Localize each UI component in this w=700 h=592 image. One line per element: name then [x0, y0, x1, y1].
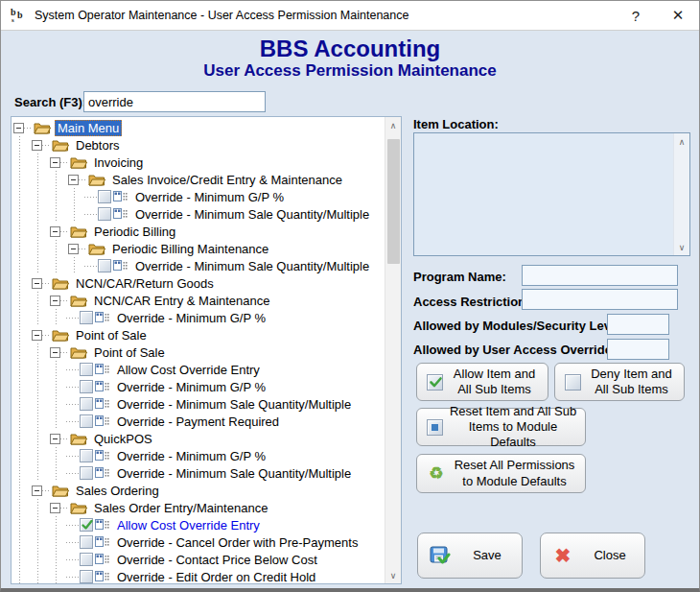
tree-item[interactable]: Override - Contact Price Below Cost [12, 551, 385, 568]
tree-item[interactable]: Override - Minimum G/P % [12, 309, 385, 326]
permission-checkbox[interactable] [80, 363, 93, 376]
tree-collapse-toggle-icon[interactable] [68, 175, 79, 185]
reset-all-button[interactable]: ♻ Reset All Permissions to Module Defaul… [416, 454, 586, 493]
tree-item-label[interactable]: Sales Invoice/Credit Entry & Maintenance [109, 172, 345, 188]
tree-collapse-toggle-icon[interactable] [50, 503, 60, 513]
tree-item[interactable]: NCN/CAR/Return Goods [12, 274, 385, 292]
tree-item-label[interactable]: Override - Payment Required [114, 414, 282, 430]
tree-item[interactable]: Point of Sale [12, 343, 385, 361]
tree-item[interactable]: Override - Minimum Sale Quantity/Multipl… [12, 205, 385, 223]
tree-item-label[interactable]: Override - Minimum Sale Quantity/Multipl… [132, 206, 372, 223]
scrollbar-thumb[interactable] [387, 139, 400, 264]
tree-item-label[interactable]: Allow Cost Override Entry [114, 517, 263, 533]
item-location-box[interactable]: ∧ ∨ [413, 132, 690, 256]
permission-checkbox[interactable] [80, 397, 93, 411]
permission-checkbox[interactable] [80, 553, 93, 566]
tree-item[interactable]: Invoicing [12, 154, 385, 171]
tree-scrollbar[interactable]: ∧ ∨ [385, 117, 401, 583]
allowed-modules-field[interactable] [607, 314, 669, 335]
access-restriction-field[interactable] [522, 289, 678, 310]
tree-item[interactable]: Debtors [12, 136, 385, 154]
tree-item[interactable]: Periodic Billing [12, 223, 385, 240]
tree-item-label[interactable]: Override - Minimum Sale Quantity/Multipl… [132, 258, 372, 274]
tree-item-label[interactable]: Override - Minimum G/P % [114, 448, 268, 464]
program-name-field[interactable] [522, 265, 678, 286]
help-button[interactable]: ? [615, 1, 657, 30]
tree-item-label[interactable]: NCN/CAR Entry & Maintenance [91, 293, 273, 309]
tree-item-label[interactable]: Point of Sale [91, 344, 168, 361]
tree-item[interactable]: Override - Minimum Sale Quantity/Multipl… [12, 257, 385, 274]
tree-item-label[interactable]: Main Menu [55, 120, 122, 136]
reset-item-button[interactable]: Reset Item and All Sub Items to Module D… [416, 408, 586, 446]
tree-item[interactable]: Periodic Billing Maintenance [12, 240, 385, 257]
tree-item[interactable]: Point of Sale [12, 326, 385, 343]
tree-item[interactable]: Override - Minimum G/P % [12, 188, 385, 205]
tree-collapse-toggle-icon[interactable] [32, 278, 42, 289]
permission-checkbox-checked[interactable] [80, 518, 93, 532]
tree-item-label[interactable]: Override - Minimum G/P % [114, 310, 268, 326]
tree-collapse-toggle-icon[interactable] [68, 244, 79, 254]
tree-item[interactable]: Sales Order Entry/Maintenance [12, 499, 385, 516]
close-button[interactable]: ✖ Close [540, 533, 645, 579]
tree-item[interactable]: Override - Cancel Order with Pre-Payment… [12, 533, 385, 551]
tree-collapse-toggle-icon[interactable] [32, 140, 42, 151]
tree-item-label[interactable]: Override - Minimum Sale Quantity/Multipl… [114, 465, 354, 482]
tree-item-label[interactable]: Override - Edit Order on Credit Hold [114, 569, 318, 584]
tree-collapse-toggle-icon[interactable] [50, 347, 60, 358]
deny-item-button[interactable]: Deny Item and All Sub Items [554, 363, 685, 401]
permission-checkbox[interactable] [80, 414, 93, 428]
tree-item-label[interactable]: Allow Cost Override Entry [114, 362, 263, 378]
tree-item[interactable]: Sales Invoice/Credit Entry & Maintenance [12, 171, 385, 188]
tree-collapse-toggle-icon[interactable] [13, 123, 24, 133]
tree-item[interactable]: Override - Minimum Sale Quantity/Multipl… [12, 464, 385, 482]
permission-checkbox[interactable] [80, 570, 93, 583]
permission-checkbox[interactable] [80, 535, 93, 549]
permission-checkbox[interactable] [98, 207, 111, 221]
tree-item-label[interactable]: Override - Minimum G/P % [132, 189, 287, 205]
tree-item[interactable]: Allow Cost Override Entry [12, 361, 385, 378]
tree-item-label[interactable]: Override - Minimum Sale Quantity/Multipl… [114, 396, 354, 413]
tree-item[interactable]: Main Menu [12, 119, 385, 136]
tree-item-label[interactable]: Invoicing [91, 154, 146, 171]
allow-item-button[interactable]: Allow Item and All Sub Items [416, 363, 548, 401]
search-input[interactable] [83, 91, 266, 112]
scroll-down-icon[interactable]: ∨ [674, 239, 690, 255]
tree-item-label[interactable]: Point of Sale [73, 327, 150, 343]
permission-checkbox[interactable] [80, 466, 93, 480]
tree-item-label[interactable]: Override - Cancel Order with Pre-Payment… [114, 534, 361, 551]
tree-item[interactable]: Override - Minimum G/P % [12, 447, 385, 464]
tree-item[interactable]: Sales Ordering [12, 482, 385, 499]
tree-item-label[interactable]: Periodic Billing Maintenance [109, 241, 271, 257]
permission-checkbox[interactable] [80, 311, 93, 324]
permission-checkbox[interactable] [80, 380, 93, 393]
tree-collapse-toggle-icon[interactable] [50, 157, 60, 168]
tree-item[interactable]: NCN/CAR Entry & Maintenance [12, 292, 385, 309]
tree-item-label[interactable]: Sales Order Entry/Maintenance [91, 500, 270, 516]
tree-item[interactable]: Override - Minimum Sale Quantity/Multipl… [12, 395, 385, 413]
tree-collapse-toggle-icon[interactable] [32, 330, 42, 341]
permission-checkbox[interactable] [98, 190, 111, 203]
tree-item-label[interactable]: Override - Minimum G/P % [114, 379, 268, 395]
scroll-up-icon[interactable]: ∧ [385, 117, 402, 133]
tree-collapse-toggle-icon[interactable] [32, 485, 42, 496]
tree-item[interactable]: Override - Payment Required [12, 413, 385, 430]
permission-checkbox[interactable] [80, 449, 93, 462]
tree-item-label[interactable]: Periodic Billing [91, 224, 178, 240]
tree-item[interactable]: Override - Edit Order on Credit Hold [12, 568, 385, 583]
tree-collapse-toggle-icon[interactable] [50, 226, 60, 237]
item-location-scrollbar[interactable]: ∧ ∨ [673, 133, 689, 255]
tree-item[interactable]: Override - Minimum G/P % [12, 378, 385, 395]
tree-item-label[interactable]: Sales Ordering [73, 483, 162, 499]
save-button[interactable]: Save [417, 533, 523, 579]
tree-item[interactable]: Allow Cost Override Entry [12, 516, 385, 533]
scroll-down-icon[interactable]: ∨ [385, 567, 402, 583]
tree-item-label[interactable]: Debtors [73, 137, 123, 154]
tree-collapse-toggle-icon[interactable] [50, 434, 60, 444]
tree-item[interactable]: QuickPOS [12, 430, 385, 447]
tree-item-label[interactable]: Override - Contact Price Below Cost [114, 552, 320, 568]
tree-collapse-toggle-icon[interactable] [50, 296, 60, 306]
scroll-up-icon[interactable]: ∧ [674, 133, 690, 150]
permission-checkbox[interactable] [98, 259, 111, 272]
close-window-button[interactable]: ✕ [657, 1, 699, 30]
tree-item-label[interactable]: NCN/CAR/Return Goods [73, 275, 217, 292]
